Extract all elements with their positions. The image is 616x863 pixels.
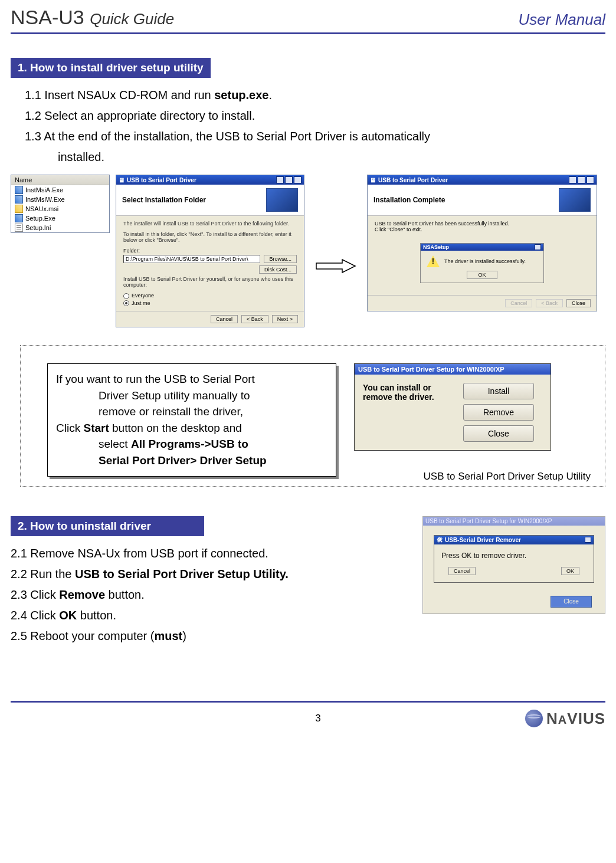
maximize-icon[interactable] (578, 176, 585, 183)
tip-line1: If you want to run the USB to Serial Por… (56, 373, 255, 385)
step-2-3: 2.3 Click Remove button. (11, 586, 411, 604)
radio-everyone-label: Everyone (132, 293, 154, 298)
next-button[interactable]: Next > (272, 315, 298, 323)
arrow-icon (310, 257, 361, 275)
installer2-title-icon: 🖥 (370, 177, 376, 183)
installer2-title-text: USB to Serial Port Driver (376, 177, 569, 183)
disk-cost-button[interactable]: Disk Cost... (259, 265, 297, 274)
tip-programs-bold: All Programs->USB to (131, 438, 248, 450)
back-button: < Back (536, 299, 563, 307)
maximize-icon[interactable] (285, 176, 293, 183)
installer1-title-text: USB to Serial Port Driver (124, 177, 276, 183)
tip-line5a: select (99, 438, 131, 450)
installer-banner-icon (559, 188, 591, 212)
installer1-desc2: To install in this folder, click "Next".… (123, 231, 297, 243)
manual-label: User Manual (519, 11, 605, 29)
radio-justme[interactable]: Just me (123, 300, 297, 307)
close-button[interactable]: Close (463, 425, 534, 442)
tip-driver-bold: Serial Port Driver (99, 454, 190, 467)
close-icon[interactable] (535, 244, 541, 250)
alert-title-text: NSASetup (423, 244, 449, 250)
driver-setup-titlebar: USB to Serial Port Driver Setup for WIN2… (355, 364, 551, 375)
tip-line4a: Click (56, 422, 83, 434)
file-item[interactable]: InstMsiW.Exe (11, 195, 109, 204)
ok-button[interactable]: OK (467, 271, 497, 279)
alert-titlebar: NSASetup (421, 244, 543, 251)
minimize-icon[interactable] (276, 176, 284, 183)
remover-window-icon: 🛠 (437, 537, 443, 543)
file-icon (15, 205, 23, 213)
file-name: InstMsiW.Exe (25, 196, 65, 203)
step-1-1-filename: setup.exe (214, 88, 268, 101)
installer1-share-question: Install USB to Serial Port Driver for yo… (123, 276, 297, 288)
radio-icon (123, 300, 129, 306)
install-button[interactable]: Install (463, 383, 534, 399)
alert-message: The driver is installed successfully. (444, 258, 526, 264)
installer2-heading: Installation Complete (373, 196, 445, 204)
cancel-button[interactable]: Cancel (448, 567, 476, 575)
file-name: Setup.Ini (25, 224, 51, 231)
file-item[interactable]: Setup.Exe (11, 214, 109, 223)
installer2-titlebar: 🖥 USB to Serial Port Driver (368, 175, 597, 185)
driver-setup-column: USB to Serial Port Driver Setup for WIN2… (354, 363, 551, 451)
step-2-5-b: must (154, 629, 182, 642)
cancel-button[interactable]: Cancel (211, 315, 238, 323)
installer2-header: Installation Complete (368, 185, 597, 216)
file-name: InstMsiA.Exe (25, 186, 63, 193)
doc-subtitle: Quick Guide (90, 10, 174, 28)
step-2-3-a: 2.3 Click (11, 588, 59, 601)
browse-button[interactable]: Browse... (264, 255, 297, 263)
step-1-1-text-b: . (268, 88, 272, 101)
installer1-header: Select Installation Folder (116, 185, 304, 216)
globe-icon (525, 710, 543, 727)
tip-setup-bold: > Driver Setup (190, 454, 266, 467)
step-2-5-c: ) (182, 629, 186, 642)
step-2-2: 2.2 Run the USB to Serial Port Driver Se… (11, 565, 411, 583)
minimize-icon[interactable] (569, 176, 576, 183)
radio-icon (123, 293, 129, 299)
close-icon[interactable] (585, 537, 591, 543)
product-name: NSA-U3 (11, 6, 84, 28)
ok-button[interactable]: OK (561, 567, 579, 575)
step-2-4-a: 2.4 Click (11, 609, 59, 622)
radio-everyone[interactable]: Everyone (123, 293, 297, 299)
warning-icon (427, 255, 440, 267)
file-item[interactable]: InstMsiA.Exe (11, 185, 109, 195)
step-2-5: 2.5 Reboot your computer (must) (11, 627, 411, 645)
close-icon[interactable] (294, 176, 302, 183)
installer1-body: The installer will install USB to Serial… (116, 216, 304, 311)
step-1-1: 1.1 Insert NSAUx CD-ROM and run setup.ex… (11, 86, 605, 104)
close-button[interactable]: Close (566, 299, 591, 307)
installer2-body: USB to Serial Port Driver has been succe… (368, 216, 597, 295)
file-name: NSAUx.msi (25, 205, 58, 212)
step-2-1: 2.1 Remove NSA-Ux from USB port if conne… (11, 544, 411, 563)
page-footer: 3 NAVIUS (11, 701, 605, 728)
close-button-ghost: Close (551, 596, 592, 608)
section1-heading: 1. How to install driver setup utility (11, 58, 211, 78)
back-button[interactable]: < Back (241, 315, 268, 323)
step-2-2-b: USB to Serial Port Driver Setup Utility. (75, 567, 289, 580)
section2-wrap: 2. How to uninstall driver 2.1 Remove NS… (11, 516, 605, 648)
installer2-line1: USB to Serial Port Driver has been succe… (375, 221, 589, 227)
tip-line2: Driver Setup utility manually to (99, 389, 250, 402)
doc-title: NSA-U3 Quick Guide (11, 6, 174, 29)
file-icon (15, 224, 23, 232)
folder-input[interactable]: D:\Program Files\NAVIUS\USB to Serial Po… (123, 255, 260, 263)
installer-banner-icon (266, 188, 298, 212)
step-2-4: 2.4 Click OK button. (11, 606, 411, 625)
radio-justme-label: Just me (132, 300, 150, 306)
step-2-5-a: 2.5 Reboot your computer ( (11, 629, 154, 642)
installer2-line2: Click "Close" to exit. (375, 227, 589, 232)
close-icon[interactable] (586, 176, 594, 183)
explorer-column-header: Name (11, 175, 109, 185)
remover-outer-titlebar: USB to Serial Port Driver Setup for WIN2… (423, 517, 605, 526)
remove-button[interactable]: Remove (463, 404, 534, 421)
file-item[interactable]: Setup.Ini (11, 223, 109, 232)
step-2-4-b: OK (59, 609, 77, 622)
section2-left: 2. How to uninstall driver 2.1 Remove NS… (11, 516, 411, 648)
installer1-footer: Cancel < Back Next > (116, 311, 304, 327)
installer-window-complete: 🖥 USB to Serial Port Driver Installation… (367, 175, 597, 311)
file-item[interactable]: NSAUx.msi (11, 204, 109, 214)
remover-inner-titlebar: 🛠 USB-Serial Driver Remover (434, 536, 594, 544)
file-icon (15, 195, 23, 204)
